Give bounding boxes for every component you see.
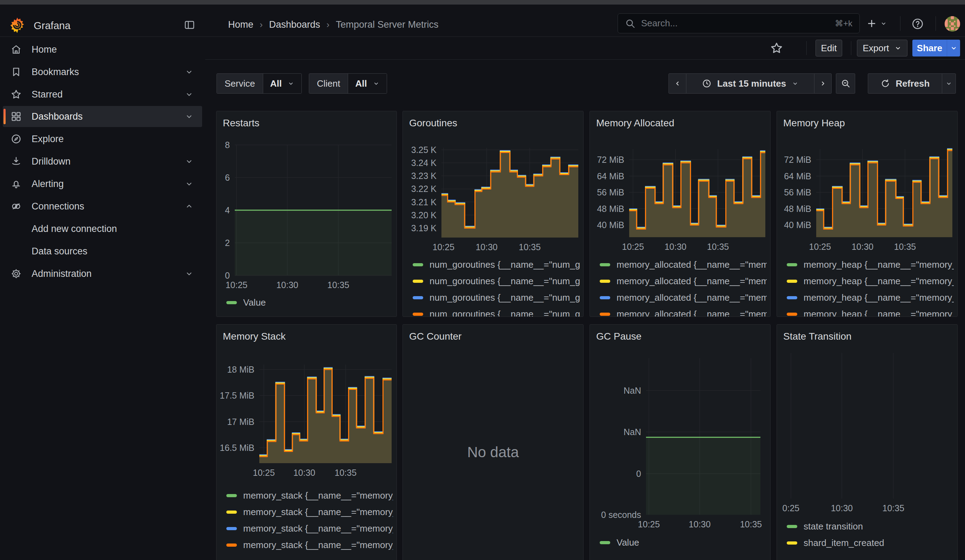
chevron-down-icon[interactable] (185, 179, 194, 188)
legend-label: Value (243, 297, 266, 308)
gc-pause-chart[interactable]: NaNNaN00 seconds10:2510:3010:35 (590, 325, 770, 560)
client-filter-value: All (355, 78, 367, 89)
sidebar-item-add-new-connection[interactable]: Add new connection (3, 218, 202, 239)
sidebar-toggle-icon[interactable] (183, 19, 196, 31)
legend-item[interactable]: num_goroutines {__name__="num_go (413, 289, 580, 306)
share-menu-button[interactable] (947, 40, 960, 57)
panel-title[interactable]: Memory Allocated (596, 118, 674, 129)
legend-item[interactable]: memory_heap {__name__="memory_h (787, 273, 954, 289)
panel-gc-pause: NaNNaN00 seconds10:2510:3010:35 GC Pause… (589, 324, 770, 560)
legend: memory_heap {__name__="memory_hmemory_he… (787, 256, 954, 317)
svg-text:10:35: 10:35 (327, 280, 350, 290)
panel-title[interactable]: GC Pause (596, 331, 641, 342)
legend-item[interactable]: num_goroutines {__name__="num_go (413, 273, 580, 289)
chevron-down-icon (792, 80, 799, 87)
legend-item[interactable]: num_goroutines {__name__="num_go (413, 306, 580, 317)
legend-item[interactable]: num_goroutines {__name__="num_go (413, 256, 580, 273)
client-filter-dropdown[interactable]: All (348, 73, 386, 93)
legend-item[interactable]: memory_stack {__name__="memory_s (226, 504, 393, 520)
client-filter-label: Client (309, 73, 348, 93)
add-menu-button[interactable] (866, 18, 887, 29)
sidebar-item-data-sources[interactable]: Data sources (3, 241, 202, 262)
refresh-button[interactable]: Refresh (868, 73, 942, 94)
svg-text:10:35: 10:35 (894, 242, 916, 251)
avatar[interactable] (945, 16, 960, 31)
help-icon[interactable] (911, 18, 924, 30)
legend-item[interactable]: Value (600, 534, 767, 551)
legend-item[interactable]: memory_stack {__name__="memory_s (226, 487, 393, 504)
sidebar-item-administration[interactable]: Administration (3, 263, 202, 284)
client-filter: Client All (309, 73, 387, 94)
sidebar-item-bookmarks[interactable]: Bookmarks (3, 61, 202, 82)
time-forward-button[interactable] (814, 73, 832, 94)
chevron-up-icon[interactable] (185, 202, 194, 211)
breadcrumb-home[interactable]: Home (228, 19, 254, 30)
legend-item[interactable]: memory_allocated {__name__="memo (600, 256, 767, 273)
svg-text:10:35: 10:35 (518, 242, 541, 252)
legend-item[interactable]: shard_item_created (787, 535, 954, 551)
svg-text:10:25: 10:25 (226, 280, 248, 290)
refresh-interval-dropdown[interactable] (942, 73, 956, 94)
chevron-down-icon[interactable] (185, 269, 194, 278)
chevron-down-icon (950, 44, 958, 52)
service-filter: Service All (216, 73, 302, 94)
svg-text:3.25 K: 3.25 K (411, 145, 437, 155)
time-back-button[interactable] (669, 73, 686, 94)
export-button-label: Export (862, 43, 889, 54)
legend-label: memory_stack {__name__="memory_s (243, 540, 393, 550)
sidebar-item-connections[interactable]: Connections (3, 196, 202, 217)
panel-title[interactable]: GC Counter (409, 331, 461, 342)
legend-label: memory_heap {__name__="memory_h (803, 276, 954, 287)
search-input[interactable]: Search... ⌘+k (618, 13, 860, 33)
chevron-down-icon[interactable] (185, 90, 194, 99)
legend-item[interactable]: memory_allocated {__name__="memo (600, 273, 767, 289)
legend-item[interactable]: memory_heap {__name__="memory_h (787, 289, 954, 306)
sidebar-item-explore[interactable]: Explore (3, 129, 202, 149)
legend-item[interactable]: memory_stack {__name__="memory_s (226, 520, 393, 537)
legend-item[interactable]: Value (226, 294, 393, 311)
sidebar-item-starred[interactable]: Starred (3, 84, 202, 105)
sidebar-item-label: Administration (31, 268, 92, 279)
panel-title[interactable]: Memory Stack (223, 331, 286, 342)
legend-item[interactable]: memory_heap {__name__="memory_h (787, 256, 954, 273)
restarts-chart[interactable]: 8642010:2510:3010:35 (216, 111, 397, 317)
panel-title[interactable]: Goroutines (409, 118, 457, 129)
svg-text:NaN: NaN (623, 427, 641, 437)
legend-label: memory_heap {__name__="memory_h (803, 259, 954, 270)
legend-item[interactable]: memory_stack {__name__="memory_s (226, 537, 393, 553)
sidebar-item-alerting[interactable]: Alerting (3, 173, 202, 194)
sidebar-item-dashboards[interactable]: Dashboards (3, 106, 202, 127)
svg-text:10:25: 10:25 (622, 242, 644, 251)
favorite-star-icon[interactable] (770, 41, 783, 55)
sidebar-item-label: Dashboards (31, 111, 83, 122)
zoom-out-button[interactable] (836, 73, 855, 94)
time-range-picker[interactable]: Last 15 minutes (686, 73, 814, 94)
svg-text:3.19 K: 3.19 K (411, 223, 437, 233)
legend-label: memory_heap {__name__="memory_h (803, 309, 954, 317)
panel-title[interactable]: Memory Heap (783, 118, 845, 129)
export-button[interactable]: Export (857, 40, 908, 57)
legend-item[interactable]: state transition (787, 518, 954, 535)
panel-title[interactable]: Restarts (223, 118, 259, 129)
chevron-down-icon[interactable] (185, 112, 194, 121)
legend-color-pill (226, 527, 237, 530)
brand-title: Grafana (34, 20, 70, 31)
grafana-logo-icon[interactable] (9, 17, 25, 33)
legend-label: memory_allocated {__name__="memo (617, 259, 767, 270)
breadcrumb-dashboards[interactable]: Dashboards (269, 19, 321, 30)
edit-button[interactable]: Edit (816, 40, 842, 57)
svg-text:2: 2 (225, 238, 230, 248)
share-button[interactable]: Share (913, 40, 960, 57)
legend-item[interactable]: memory_allocated {__name__="memo (600, 306, 767, 317)
sidebar-item-drilldown[interactable]: Drilldown (3, 151, 202, 172)
service-filter-dropdown[interactable]: All (263, 73, 301, 93)
legend-item[interactable]: memory_heap {__name__="memory_h (787, 306, 954, 317)
svg-text:10:35: 10:35 (707, 242, 729, 251)
legend-item[interactable]: memory_allocated {__name__="memo (600, 289, 767, 306)
panel-title[interactable]: State Transition (783, 331, 852, 342)
svg-text:3.22 K: 3.22 K (411, 184, 437, 194)
gear-icon (10, 268, 22, 279)
chevron-down-icon[interactable] (185, 67, 194, 77)
sidebar-item-home[interactable]: Home (3, 39, 202, 60)
chevron-down-icon[interactable] (185, 157, 194, 166)
